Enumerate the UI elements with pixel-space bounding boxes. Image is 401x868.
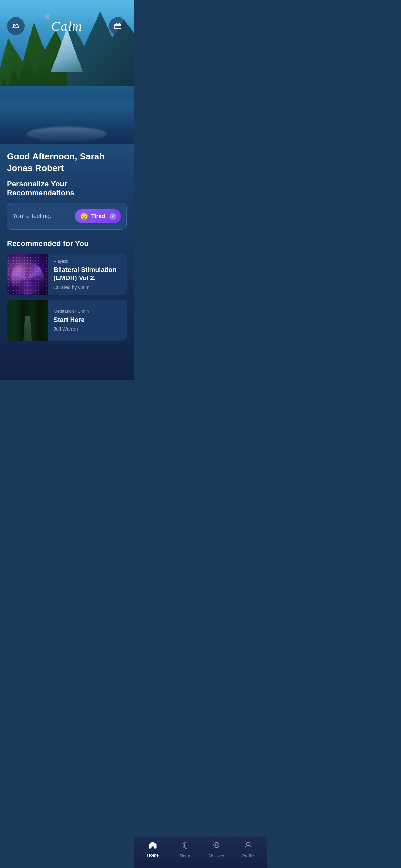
greeting-text: Good Afternoon, Sarah Jonas Robert — [7, 151, 127, 174]
card-2-info: Meditation • 3 min Start Here Jeff Warre… — [48, 304, 127, 337]
card-2-thumbnail — [7, 300, 48, 341]
hero-image: Calm — [0, 0, 134, 144]
gift-icon — [114, 21, 122, 31]
gift-button[interactable] — [109, 17, 127, 35]
card-2-title: Start Here — [53, 316, 121, 324]
hero-section: Calm — [0, 0, 134, 144]
card-2-subtitle: Jeff Warren — [53, 326, 121, 332]
svg-point-0 — [13, 24, 14, 26]
card-2-type: Meditation • 3 min — [53, 309, 121, 314]
recommended-title: Recommended for You — [7, 239, 127, 248]
app-logo: Calm — [51, 19, 82, 34]
card-1-type: Playlist — [53, 258, 121, 264]
feeling-value: Tired — [91, 213, 105, 220]
forest-bg — [7, 300, 48, 341]
card-1-info: Playlist Bilateral Stimulation (EMDR) Vo… — [48, 254, 127, 295]
mountain-icon — [12, 22, 20, 30]
card-1[interactable]: Playlist Bilateral Stimulation (EMDR) Vo… — [7, 254, 127, 295]
personalize-title: Personalize Your Recommendations — [7, 180, 127, 197]
feeling-label: You're feeling: — [13, 213, 51, 220]
notif-dot — [45, 14, 50, 19]
mountain-logo-button[interactable] — [7, 17, 25, 35]
card-1-subtitle: Curated by Calm — [53, 285, 121, 290]
swirl-dots — [7, 254, 48, 295]
feeling-selector[interactable]: You're feeling: 😴 Tired × — [7, 203, 127, 230]
feeling-emoji: 😴 — [80, 212, 88, 220]
card-1-title: Bilateral Stimulation (EMDR) Vol 2. — [53, 266, 121, 282]
feeling-close-button[interactable]: × — [109, 213, 116, 220]
swirl-bg — [7, 254, 48, 295]
lake-reflection — [27, 127, 107, 141]
app-header: Calm — [0, 0, 134, 38]
main-content: Good Afternoon, Sarah Jonas Robert Perso… — [0, 144, 134, 380]
feeling-badge: 😴 Tired × — [75, 209, 121, 223]
lake — [0, 86, 134, 144]
card-1-thumbnail — [7, 254, 48, 295]
forest-path — [23, 316, 32, 341]
card-2[interactable]: Meditation • 3 min Start Here Jeff Warre… — [7, 300, 127, 341]
